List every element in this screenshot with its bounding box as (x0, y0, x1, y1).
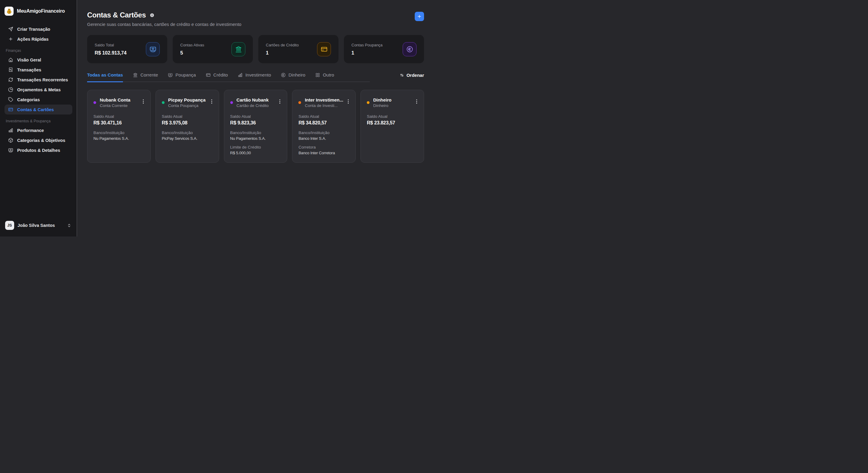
summary-value: R$ 102.913,74 (95, 50, 127, 56)
info-icon[interactable] (150, 13, 154, 18)
sidebar-item-acoes-rapidas[interactable]: Ações Rápidas (4, 34, 72, 44)
tab-credito[interactable]: Crédito (206, 72, 228, 82)
kebab-menu-icon[interactable] (211, 99, 213, 104)
sidebar-item-label: Categorias & Objetivos (17, 138, 65, 143)
account-card-inter-investimentos[interactable]: Inter Investimen... Conta de Investi... … (292, 90, 355, 163)
credit-card-icon (8, 107, 13, 112)
tab-dinheiro[interactable]: Dinheiro (281, 72, 305, 82)
account-type: Conta de Investi... (305, 103, 344, 108)
cube-icon (8, 138, 13, 143)
page-title: Contas & Cartões (87, 11, 146, 19)
sidebar-item-label: Transações Recorrentes (17, 77, 68, 82)
summary-card-saldo-total: Saldo Total R$ 102.913,74 (87, 35, 167, 63)
detail-value: Banco Inter Corretora (299, 151, 349, 155)
sidebar-item-categorias-objetivos[interactable]: Categorias & Objetivos (4, 135, 72, 145)
tab-label: Crédito (213, 72, 228, 77)
accounts-grid: Nubank Conta Conta Corrente Saldo Atual … (87, 90, 424, 163)
refresh-icon (8, 77, 13, 82)
kebab-menu-icon[interactable] (347, 99, 349, 104)
sidebar: MeuAmigoFinanceiro Criar Transação Ações… (0, 0, 77, 236)
account-type: Cartão de Crédito (237, 103, 276, 108)
kebab-menu-icon[interactable] (142, 99, 144, 104)
account-card-nubank-conta[interactable]: Nubank Conta Conta Corrente Saldo Atual … (87, 90, 151, 163)
account-color-dot (93, 101, 96, 104)
sidebar-item-label: Categorias (17, 97, 40, 102)
user-menu[interactable]: JS João Silva Santos (0, 221, 76, 230)
detail-value: R$ 5.000,00 (230, 151, 281, 155)
sidebar-item-produtos-detalhes[interactable]: Produtos & Detalhes (4, 145, 72, 155)
tab-label: Outro (323, 72, 334, 77)
detail-label: Banco/Instituição (93, 130, 144, 135)
landmark-icon (133, 73, 138, 77)
detail-value: Nu Pagamentos S.A. (93, 136, 144, 141)
sidebar-item-label: Performance (17, 128, 44, 133)
add-account-button[interactable] (415, 12, 424, 21)
sidebar-section-investimentos: Investimentos & Poupança (0, 115, 76, 125)
credit-card-icon (206, 73, 211, 77)
account-type: Dinheiro (373, 103, 412, 108)
tab-list: Todas as Contas Corrente Poupança Crédit… (87, 72, 370, 82)
sidebar-item-performance[interactable]: Performance (4, 125, 72, 135)
user-name: João Silva Santos (18, 223, 64, 228)
account-name: Dinheiro (373, 97, 412, 102)
tabs-bar: Todas as Contas Corrente Poupança Crédit… (87, 72, 424, 82)
landmark-icon (231, 42, 245, 56)
account-color-dot (299, 101, 301, 104)
summary-value: 1 (351, 50, 382, 56)
balance-value: R$ 30.471,16 (93, 120, 144, 126)
plus-icon (417, 14, 422, 19)
app-title: MeuAmigoFinanceiro (17, 8, 65, 14)
tab-label: Investimento (245, 72, 271, 77)
account-name: Nubank Conta (100, 97, 138, 102)
balance-label: Saldo Atual (367, 114, 418, 119)
summary-label: Saldo Total (95, 43, 127, 47)
tab-corrente[interactable]: Corrente (133, 72, 158, 82)
detail-label: Banco/Instituição (230, 130, 281, 135)
kebab-menu-icon[interactable] (279, 99, 281, 104)
sidebar-nav-investimentos: Performance Categorias & Objetivos Produ… (0, 125, 76, 155)
tab-outro[interactable]: Outro (315, 72, 334, 82)
send-icon (8, 27, 13, 32)
sort-button[interactable]: Ordenar (400, 73, 424, 82)
sidebar-item-contas-cartoes[interactable]: Contas & Cartões (4, 104, 72, 115)
balance-label: Saldo Atual (230, 114, 281, 119)
receipt-icon (8, 67, 13, 72)
chevrons-up-down-icon (67, 223, 71, 228)
kebab-menu-icon[interactable] (415, 99, 418, 104)
balance-value: R$ 23.823,57 (367, 120, 418, 126)
sidebar-item-visao-geral[interactable]: Visão Geral (4, 55, 72, 65)
euro-icon (403, 42, 416, 56)
page-subtitle: Gerencie suas contas bancárias, cartões … (87, 22, 241, 27)
account-color-dot (230, 101, 233, 104)
account-type: Conta Poupança (168, 103, 207, 108)
plus-icon (8, 36, 13, 41)
money-bag-logo-icon (4, 7, 13, 16)
sidebar-item-transacoes[interactable]: Transações (4, 65, 72, 75)
banknote-icon (8, 148, 13, 153)
account-type: Conta Corrente (100, 103, 138, 108)
account-card-picpay-poupanca[interactable]: Picpay Poupança Conta Poupança Saldo Atu… (156, 90, 219, 163)
balance-value: R$ 3.975,08 (162, 120, 213, 126)
sidebar-item-transacoes-recorrentes[interactable]: Transações Recorrentes (4, 75, 72, 85)
app-window: MeuAmigoFinanceiro Criar Transação Ações… (0, 0, 434, 236)
summary-label: Contas Ativas (180, 43, 204, 47)
detail-label: Corretora (299, 145, 349, 150)
account-card-dinheiro[interactable]: Dinheiro Dinheiro Saldo Atual R$ 23.823,… (361, 90, 424, 163)
account-card-cartao-nubank[interactable]: Cartão Nubank Cartão de Crédito Saldo At… (224, 90, 287, 163)
sidebar-item-criar-transacao[interactable]: Criar Transação (4, 24, 72, 34)
sidebar-item-label: Criar Transação (17, 27, 50, 32)
tab-todas-as-contas[interactable]: Todas as Contas (87, 72, 123, 82)
summary-card-contas-ativas: Contas Ativas 5 (173, 35, 253, 63)
detail-value: Nu Pagamentos S.A. (230, 136, 281, 141)
pie-chart-icon (8, 87, 13, 92)
sidebar-item-label: Contas & Cartões (17, 107, 54, 112)
sidebar-quick-actions: Criar Transação Ações Rápidas (0, 24, 76, 44)
avatar: JS (5, 221, 14, 230)
tab-investimento[interactable]: Investimento (238, 72, 271, 82)
sidebar-item-orcamentos-metas[interactable]: Orçamentos & Metas (4, 85, 72, 95)
tab-label: Poupança (176, 72, 196, 77)
account-name: Picpay Poupança (168, 97, 207, 102)
sidebar-item-categorias[interactable]: Categorias (4, 95, 72, 104)
tab-poupanca[interactable]: Poupança (168, 72, 196, 82)
summary-label: Contas Poupança (351, 43, 382, 47)
